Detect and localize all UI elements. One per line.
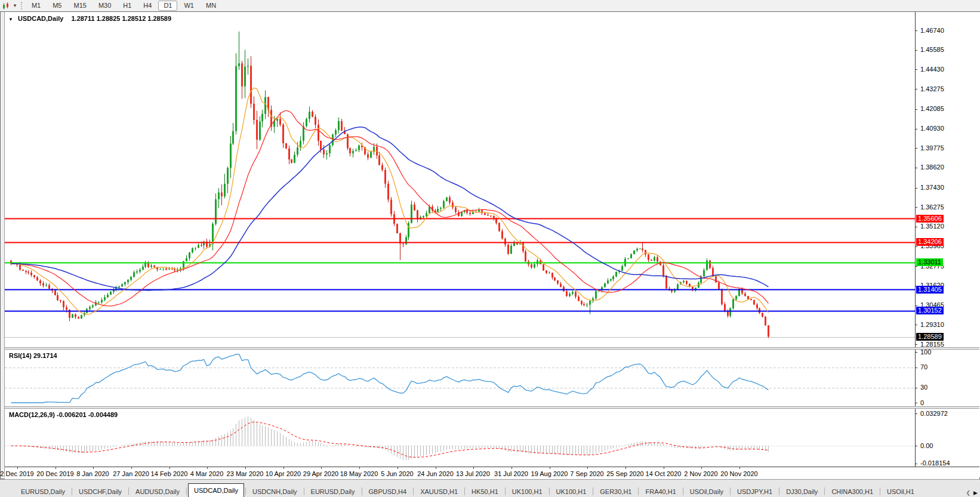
chart-mode-dropdown-caret-icon[interactable]: ▼: [13, 3, 17, 8]
timeframe-button-h4[interactable]: H4: [138, 1, 157, 11]
timeframe-toolbar: ▼ M1M5M15M30H1H4D1W1MN: [0, 0, 980, 12]
tab-usoil-daily[interactable]: USOil,Daily: [685, 486, 729, 497]
date-tick-mark: [245, 467, 246, 469]
chart-window: ▼ USDCAD,Daily 1.28711 1.28825 1.28512 1…: [0, 11, 980, 479]
timeframe-buttons: M1M5M15M30H1H4D1W1MN: [26, 1, 222, 11]
tab-scroll-right-icon[interactable]: ▶: [973, 490, 978, 496]
tab-usdcad-daily[interactable]: USDCAD,Daily: [188, 483, 244, 497]
level-price-label: 1.30152: [916, 307, 944, 314]
tab-usdcnh-daily[interactable]: USDCNH,Daily: [247, 486, 303, 497]
date-tick-label: 18 May 2020: [340, 470, 378, 477]
chart-mode-icon[interactable]: [2, 2, 11, 10]
price-tick-mark: [915, 344, 917, 345]
date-tick-label: 7 Sep 2020: [570, 470, 603, 477]
ohlc-values: 1.28711 1.28825 1.28512 1.28589: [71, 15, 171, 22]
timeframe-button-mn[interactable]: MN: [201, 1, 221, 11]
tab-separator: [362, 487, 362, 495]
price-tick-mark: [915, 129, 917, 129]
date-tick-mark: [93, 467, 94, 469]
timeframe-button-w1[interactable]: W1: [178, 1, 199, 11]
tab-separator: [730, 487, 731, 495]
date-tick-label: 14 Feb 2020: [151, 470, 188, 477]
macd-canvas[interactable]: [5, 409, 915, 467]
tab-usoil-h1[interactable]: USOil,H1: [882, 486, 920, 497]
tab-separator: [880, 487, 880, 495]
date-axis: 2 Dec 201920 Dec 20198 Jan 202027 Jan 20…: [5, 467, 979, 479]
tab-eurusd-daily[interactable]: EURUSD,Daily: [16, 486, 70, 497]
date-tick-label: 25 Sep 2020: [606, 470, 643, 477]
tab-separator: [549, 487, 550, 495]
price-tick-label: 1.38620: [920, 163, 944, 171]
rsi-tick-mark: [915, 388, 917, 388]
price-tick-mark: [915, 50, 917, 51]
rsi-canvas[interactable]: [5, 350, 915, 406]
tab-usdchf-daily[interactable]: USDCHF,Daily: [73, 486, 127, 497]
price-tick-label: 1.29310: [920, 321, 944, 329]
tab-scroll-buttons: ❮ ▶: [966, 490, 980, 497]
date-tick-label: 20 Nov 2020: [720, 470, 757, 477]
tab-scroll-left-icon[interactable]: ❮: [966, 490, 971, 496]
rsi-pane-splitter[interactable]: [5, 347, 979, 350]
date-tick-mark: [17, 467, 18, 469]
tab-separator: [413, 487, 414, 495]
tab-dj30-daily[interactable]: DJ30,Daily: [781, 486, 823, 497]
date-tick-mark: [131, 467, 132, 469]
date-tick-label: 5 Jun 2020: [381, 470, 413, 477]
tab-usdjpy-h1[interactable]: USDJPY,H1: [732, 486, 778, 497]
date-tick-mark: [207, 467, 208, 469]
date-tick-mark: [321, 467, 322, 469]
tab-uk100-h1[interactable]: UK100,H1: [551, 486, 592, 497]
macd-tick-label: 0.032972: [920, 410, 948, 418]
timeframe-button-h1[interactable]: H1: [118, 1, 137, 11]
tab-hk50-h1[interactable]: HK50,H1: [466, 486, 504, 497]
level-price-label: 1.31405: [916, 286, 944, 294]
tab-xauusd-h1[interactable]: XAUUSD,H1: [415, 486, 463, 497]
symbol-dropdown-triangle-icon[interactable]: ▼: [8, 17, 13, 22]
tab-gbpusd-h4[interactable]: GBPUSD,H4: [363, 486, 412, 497]
price-tick-label: 1.43275: [920, 85, 944, 93]
tab-separator: [779, 487, 779, 495]
tab-fra40-h1[interactable]: FRA40,H1: [640, 486, 681, 497]
chart-title: ▼ USDCAD,Daily 1.28711 1.28825 1.28512 1…: [8, 15, 171, 22]
price-chart-canvas[interactable]: [5, 12, 915, 347]
timeframe-button-m5[interactable]: M5: [47, 1, 67, 11]
timeframe-button-m15[interactable]: M15: [68, 1, 91, 11]
tab-separator: [593, 487, 593, 495]
timeframe-button-m1[interactable]: M1: [26, 1, 46, 11]
date-tick-mark: [283, 467, 284, 469]
rsi-indicator-label: RSI(14) 29.1714: [9, 352, 57, 359]
tab-list: EURUSD,DailyUSDCHF,DailyAUDUSD,DailyUSDC…: [16, 483, 920, 497]
price-tick-mark: [915, 168, 917, 168]
price-tick-mark: [915, 325, 917, 325]
date-tick-label: 27 Jan 2020: [113, 470, 149, 477]
macd-tick-mark: [915, 413, 917, 414]
tab-audusd-daily[interactable]: AUDUSD,Daily: [130, 486, 185, 497]
toolbar-grip-handle[interactable]: [21, 2, 22, 10]
level-price-label: 1.35606: [916, 215, 944, 223]
price-tick-label: 1.46740: [920, 27, 944, 35]
tab-ger30-h1[interactable]: GER30,H1: [594, 486, 637, 497]
price-tick-mark: [915, 148, 917, 149]
timeframe-button-m30[interactable]: M30: [93, 1, 116, 11]
tab-china300-h1[interactable]: CHINA300,H1: [826, 486, 879, 497]
date-tick-mark: [56, 467, 56, 469]
tab-separator: [683, 487, 683, 495]
date-tick-label: 4 Mar 2020: [190, 470, 224, 477]
date-tick-label: 31 Jul 2020: [494, 470, 528, 477]
macd-pane-splitter[interactable]: [5, 406, 979, 409]
macd-tick-mark: [915, 446, 917, 446]
tab-separator: [638, 487, 639, 495]
timeframe-button-d1[interactable]: D1: [158, 1, 177, 11]
date-tick-label: 23 Mar 2020: [227, 470, 264, 477]
price-tick-label: 1.45585: [920, 46, 944, 54]
tab-eurusd-daily[interactable]: EURUSD,Daily: [306, 486, 360, 497]
rsi-tick-mark: [915, 403, 917, 403]
date-tick-label: 2 Dec 2019: [0, 470, 33, 477]
price-tick-label: 1.40930: [920, 125, 944, 132]
date-tick-label: 2 Nov 2020: [684, 470, 717, 477]
tab-separator: [824, 487, 825, 495]
tab-separator: [304, 487, 304, 495]
tab-uk100-h1[interactable]: UK100,H1: [507, 486, 548, 497]
date-tick-label: 24 Jun 2020: [417, 470, 454, 477]
price-tick-mark: [915, 69, 917, 70]
